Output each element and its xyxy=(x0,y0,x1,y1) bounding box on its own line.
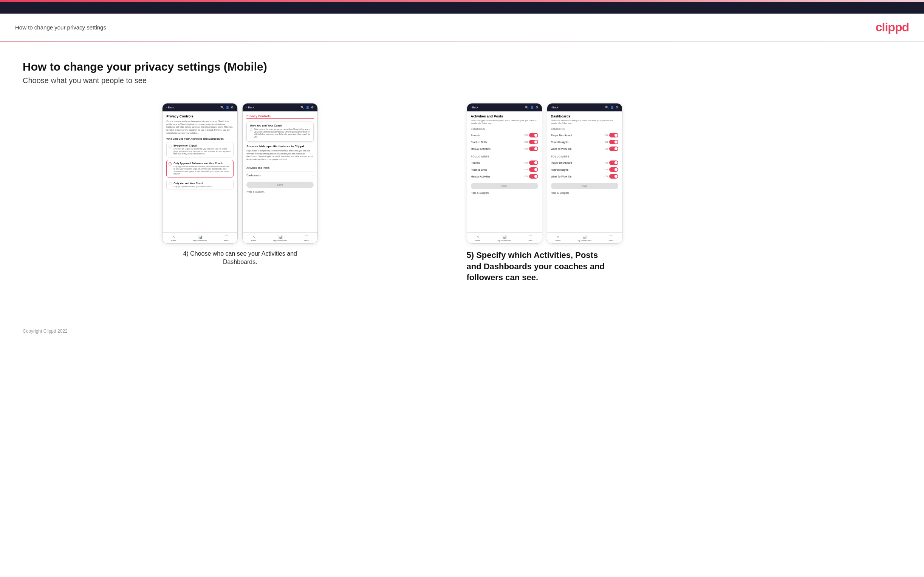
help-support-label-4: Help & Support xyxy=(551,192,618,194)
nav-home-1[interactable]: ⌂ Home xyxy=(171,235,176,242)
toggle-manual-followers-switch[interactable] xyxy=(529,174,538,179)
nav-menu-1[interactable]: ☰ Menu xyxy=(224,235,229,242)
dropdown-desc: Only you and the coaches you connect wit… xyxy=(254,128,310,138)
radio-circle-1 xyxy=(168,145,171,148)
what-to-work-label-followers: What To Work On xyxy=(551,175,572,178)
settings-icon[interactable]: ⚙ xyxy=(231,106,234,109)
search-icon-2[interactable]: 🔍 xyxy=(300,106,304,109)
nav-home-3[interactable]: ⌂ Home xyxy=(475,235,480,242)
toggle-round-insights-followers-switch[interactable] xyxy=(609,167,618,172)
toggle-rounds-coaches: Rounds ON xyxy=(471,132,538,139)
people-icon[interactable]: 👤 xyxy=(226,106,229,109)
radio-you-coach[interactable]: Only You and Your Coach Only you and the… xyxy=(166,180,234,190)
phone2-icons: 🔍 👤 ⚙ xyxy=(300,106,314,109)
nav-perf-4[interactable]: 📊 My Performance xyxy=(578,235,592,242)
dropdown-card: Only You and Your Coach Only you and the… xyxy=(246,122,314,142)
search-icon-3[interactable]: 🔍 xyxy=(525,106,529,109)
phone4-body: Dashboards Select the dashboards that yo… xyxy=(547,111,622,232)
toggle-drills-coaches: Practice Drills ON xyxy=(471,139,538,145)
menu-icon-2: ☰ xyxy=(305,235,309,239)
phone1-body: Privacy Controls Control how you and you… xyxy=(163,111,237,232)
toggle-manual-followers: Manual Activities ON xyxy=(471,173,538,180)
radio-everyone[interactable]: Everyone on Clippd Everyone on Clippd ca… xyxy=(166,142,234,158)
dropdown-title: Only You and Your Coach xyxy=(250,124,310,127)
settings-icon-3[interactable]: ⚙ xyxy=(536,106,538,109)
footer: Copyright Clippd 2022 xyxy=(0,321,924,342)
phone1-back[interactable]: ‹ Back xyxy=(166,106,174,109)
manual-label-followers: Manual Activities xyxy=(471,175,491,178)
menu-row-activities[interactable]: Activities and Posts › xyxy=(246,164,314,172)
toggle-round-insights-coaches-switch[interactable] xyxy=(609,140,618,144)
radio-desc-3: Only you and the coaches you connect wit… xyxy=(173,185,231,188)
round-insights-label-coaches: Round Insights xyxy=(551,141,569,143)
phone3-bottom-nav: ⌂ Home 📊 My Performance ☰ Menu xyxy=(467,232,542,243)
left-group: ‹ Back 🔍 👤 ⚙ Privacy Controls Control ho… xyxy=(23,103,458,267)
radio-circle-3 xyxy=(168,182,171,185)
toggle-drills-followers: Practice Drills ON xyxy=(471,166,538,173)
people-icon-2[interactable]: 👤 xyxy=(306,106,310,109)
toggle-player-dash-coaches: Player Dashboard ON xyxy=(551,132,618,139)
search-icon-4[interactable]: 🔍 xyxy=(605,106,609,109)
nav-menu-4[interactable]: ☰ Menu xyxy=(609,235,613,242)
radio-followers-coach[interactable]: Only Approved Followers and Your Coach O… xyxy=(166,160,234,177)
radio-title-2: Only Approved Followers and Your Coach xyxy=(173,162,231,164)
toggle-player-dash-followers-switch[interactable] xyxy=(609,161,618,165)
save-button-4[interactable]: Save xyxy=(551,183,618,189)
radio-text-1: Everyone on Clippd Everyone on Clippd ca… xyxy=(173,144,231,155)
toggle-rounds-coaches-switch[interactable] xyxy=(529,133,538,137)
nav-menu-2[interactable]: ☰ Menu xyxy=(304,235,309,242)
phone2-bottom-nav: ⌂ Home 📊 My Performance ☰ Menu xyxy=(242,232,317,243)
save-button-3[interactable]: Save xyxy=(471,183,538,189)
toggle-drills-followers-switch[interactable] xyxy=(529,167,538,172)
menu-dashboards-label: Dashboards xyxy=(246,174,261,177)
toggle-what-to-work-followers-switch[interactable] xyxy=(609,174,618,179)
toggle-round-insights-followers: Round Insights ON xyxy=(551,166,618,173)
who-can-see-label: Who Can See Your Activities and Dashboar… xyxy=(166,137,234,140)
toggle-manual-coaches: Manual Activities ON xyxy=(471,145,538,152)
nav-home-4[interactable]: ⌂ Home xyxy=(556,235,561,242)
phone4-back[interactable]: ‹ Back xyxy=(551,106,559,109)
people-icon-4[interactable]: 👤 xyxy=(610,106,614,109)
phone2-back[interactable]: ‹ Back xyxy=(246,106,254,109)
save-button-2[interactable]: Save xyxy=(246,182,314,188)
settings-icon-2[interactable]: ⚙ xyxy=(311,106,314,109)
toggle-what-to-work-coaches-switch[interactable] xyxy=(609,147,618,151)
left-phones: ‹ Back 🔍 👤 ⚙ Privacy Controls Control ho… xyxy=(162,103,318,243)
help-support-label-3: Help & Support xyxy=(471,192,538,194)
nav-perf-1[interactable]: 📊 My Performance xyxy=(193,235,207,242)
phone4-topbar: ‹ Back 🔍 👤 ⚙ xyxy=(547,103,622,111)
coaches-section-title-3: COACHES xyxy=(471,127,538,130)
nav-perf-3[interactable]: 📊 My Performance xyxy=(498,235,512,242)
phone-screen-3: ‹ Back 🔍 👤 ⚙ Activities and Posts Select… xyxy=(467,103,542,243)
dashboards-subtitle: Select the dashboards that you'd like to… xyxy=(551,119,618,125)
menu-activities-label: Activities and Posts xyxy=(246,166,270,169)
privacy-tab-label[interactable]: Privacy Controls xyxy=(246,114,271,119)
menu-row-dashboards[interactable]: Dashboards › xyxy=(246,172,314,179)
radio-title-3: Only You and Your Coach xyxy=(173,182,231,185)
search-icon[interactable]: 🔍 xyxy=(220,106,224,109)
phone2-topbar: ‹ Back 🔍 👤 ⚙ xyxy=(242,103,317,111)
privacy-controls-title: Privacy Controls xyxy=(166,114,234,118)
phone2-body: Privacy Controls Only You and Your Coach… xyxy=(242,111,317,232)
nav-home-2[interactable]: ⌂ Home xyxy=(251,235,256,242)
rounds-label-coaches: Rounds xyxy=(471,134,480,137)
toggle-player-dash-coaches-switch[interactable] xyxy=(609,133,618,137)
toggle-manual-coaches-switch[interactable] xyxy=(529,147,538,151)
menu-icon-3: ☰ xyxy=(529,235,533,239)
show-hide-text: Regardless of the privacy controls that … xyxy=(246,150,314,161)
nav-perf-2[interactable]: 📊 My Performance xyxy=(273,235,287,242)
show-hide-title: Show or hide specific features in Clippd xyxy=(246,145,314,148)
settings-icon-4[interactable]: ⚙ xyxy=(615,106,618,109)
phone3-back[interactable]: ‹ Back xyxy=(471,106,478,109)
chevron-right-icon: › xyxy=(313,166,314,169)
activities-posts-subtitle: Select the types of activity that you'd … xyxy=(471,119,538,125)
drills-label-coaches: Practice Drills xyxy=(471,141,487,143)
main-content: How to change your privacy settings (Mob… xyxy=(0,42,924,321)
toggle-rounds-followers-switch[interactable] xyxy=(529,161,538,165)
home-icon-3: ⌂ xyxy=(477,235,479,239)
toggle-drills-coaches-switch[interactable] xyxy=(529,140,538,144)
player-dash-label-followers: Player Dashboard xyxy=(551,162,572,164)
followers-section-title-3: FOLLOWERS xyxy=(471,155,538,158)
nav-menu-3[interactable]: ☰ Menu xyxy=(528,235,533,242)
people-icon-3[interactable]: 👤 xyxy=(530,106,534,109)
